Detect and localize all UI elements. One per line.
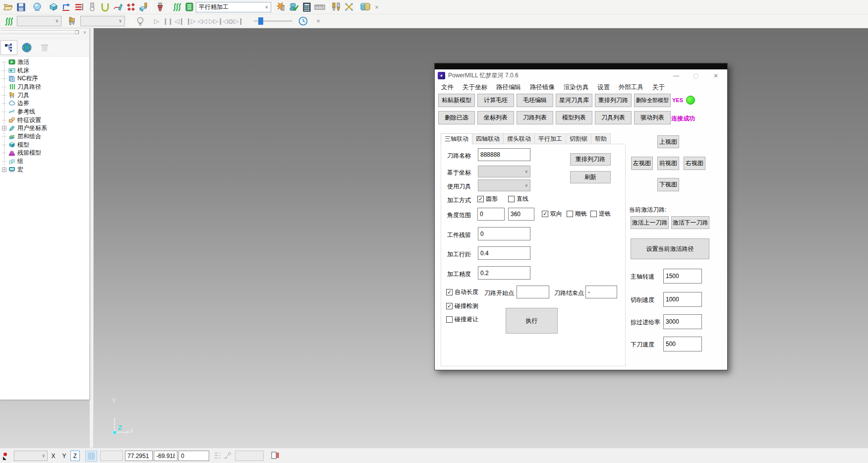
view-left-button[interactable]: 左视图: [631, 157, 653, 170]
slider-handle[interactable]: [258, 17, 263, 25]
expand-icon[interactable]: +: [2, 168, 6, 172]
tab-explorer-trash[interactable]: [36, 40, 53, 55]
tree-item-workplanes[interactable]: + 用户坐标系: [0, 124, 89, 133]
collision-avoid-checkbox[interactable]: 碰撞避让: [446, 315, 478, 324]
stock-allowance-input[interactable]: [478, 227, 530, 240]
activate-prev-button[interactable]: 激活上一刀路: [631, 216, 669, 229]
tool-select-dropdown[interactable]: ∨: [80, 16, 125, 26]
toolpath-icon[interactable]: [2, 15, 15, 27]
delete-selected-button[interactable]: 删除已选: [438, 111, 475, 124]
delete-all-models-button[interactable]: 删除全部模型: [634, 94, 671, 107]
expand-icon[interactable]: +: [2, 126, 6, 130]
menu-path-edit[interactable]: 路径编辑: [492, 83, 525, 92]
dialog-titlebar[interactable]: ✦ PowerMILL 忆梦星河 7.0.6 — ▢ ✕: [435, 69, 727, 82]
bidirectional-checkbox[interactable]: ✓ 双向: [542, 210, 562, 218]
strategy-dropdown[interactable]: 平行精加工 ∨: [196, 2, 271, 12]
tree-item-models[interactable]: 模型: [0, 141, 89, 149]
coord-z-input[interactable]: [178, 451, 209, 461]
maximize-button[interactable]: ▢: [688, 72, 704, 79]
based-coord-dropdown[interactable]: ∨: [478, 166, 530, 177]
rapid-move-icon[interactable]: [60, 1, 73, 13]
close-button[interactable]: ✕: [707, 72, 724, 79]
menu-settings[interactable]: 设置: [593, 83, 614, 92]
tolerance-field[interactable]: [235, 451, 264, 461]
tree-item-boundaries[interactable]: 边界: [0, 99, 89, 108]
stepover-input[interactable]: [478, 246, 530, 260]
mode-circle-checkbox[interactable]: ✓ 圆形: [477, 195, 498, 203]
tool-holder-icon[interactable]: [154, 1, 167, 13]
view-mode-button[interactable]: [2, 451, 12, 461]
pause-icon[interactable]: ❙❙: [162, 16, 174, 27]
step-forward-icon[interactable]: ❙▷: [185, 16, 196, 27]
tab-explorer-world[interactable]: [18, 40, 35, 55]
x-axis-button[interactable]: X: [49, 451, 58, 461]
coord-x-input[interactable]: [125, 451, 153, 461]
tree-item-levels-sets[interactable]: 层和组合: [0, 132, 89, 141]
menu-external-tools[interactable]: 外部工具: [614, 83, 648, 92]
tree-item-machine[interactable]: 机床: [0, 66, 89, 75]
simulation-speed-slider[interactable]: [254, 20, 292, 22]
menu-path-mirror[interactable]: 路径镜像: [525, 83, 559, 92]
tree-item-toolpaths[interactable]: 刀具路径: [0, 83, 89, 91]
tree-item-feature-sets[interactable]: 特征设置: [0, 116, 89, 124]
tolerance-input[interactable]: [478, 266, 530, 280]
view-top-button[interactable]: 上视图: [657, 135, 679, 148]
toolbar-close-icon[interactable]: ×: [372, 2, 382, 12]
strategy-list-icon[interactable]: [183, 1, 196, 13]
tree-item-stock-models[interactable]: 残留模型: [0, 149, 89, 158]
ruler-icon[interactable]: [313, 1, 326, 13]
tree-item-patterns[interactable]: 参考线: [0, 108, 89, 116]
fast-forward-icon[interactable]: ▷▷: [208, 16, 219, 27]
close-panel-icon[interactable]: ×: [82, 30, 88, 35]
minimize-button[interactable]: —: [668, 72, 685, 79]
toolpath-name-input[interactable]: [478, 148, 530, 161]
sphere-icon[interactable]: [31, 1, 44, 13]
tree-item-groups[interactable]: 组: [0, 157, 89, 166]
new-tool-icon[interactable]: [275, 1, 288, 13]
coord-list-button[interactable]: 坐标列表: [477, 111, 514, 124]
skip-end-icon[interactable]: ▷▷❙: [231, 16, 242, 27]
tool-pair-icon[interactable]: [330, 1, 343, 13]
model-list-button[interactable]: 模型列表: [556, 111, 592, 124]
menu-about[interactable]: 关于: [648, 83, 669, 92]
clock-icon[interactable]: [296, 15, 309, 27]
save-icon[interactable]: [14, 1, 27, 13]
probe-icon[interactable]: [224, 452, 232, 461]
coordinate-list-icon[interactable]: [214, 452, 221, 461]
end-point-input[interactable]: [585, 286, 617, 298]
toolpath-icon[interactable]: [170, 1, 183, 13]
tab-saw[interactable]: 切割锯: [566, 133, 591, 144]
spindle-speed-input[interactable]: [663, 269, 702, 284]
collision-icon[interactable]: [99, 1, 112, 13]
verify-icon[interactable]: [288, 1, 300, 13]
tab-swivel[interactable]: 摆头联动: [503, 133, 535, 144]
rearrange-button[interactable]: 重排列刀路: [570, 153, 611, 166]
coord-y-input[interactable]: [154, 451, 177, 461]
page-marker-icon[interactable]: [271, 451, 280, 461]
plunge-feed-input[interactable]: [663, 337, 702, 351]
cutting-feed-input[interactable]: [663, 292, 702, 307]
edit-stock-button[interactable]: 毛坯编辑: [517, 94, 553, 107]
paste-model-button[interactable]: 粘贴新模型: [438, 94, 475, 107]
execute-button[interactable]: 执行: [506, 308, 558, 334]
view-bottom-button[interactable]: 下视图: [657, 178, 679, 191]
feed-rate-icon[interactable]: [73, 1, 86, 13]
tree-item-tools[interactable]: 刀具: [0, 91, 89, 100]
float-panel-icon[interactable]: ❐: [74, 30, 80, 35]
toolpath-list-button[interactable]: 刀路列表: [517, 111, 553, 124]
conventional-mill-checkbox[interactable]: 逆铣: [590, 210, 611, 218]
activate-next-button[interactable]: 激活下一刀路: [671, 216, 709, 229]
workplane-dropdown[interactable]: ∨: [14, 451, 48, 461]
menu-coords[interactable]: 关于坐标: [458, 83, 492, 92]
use-tool-dropdown[interactable]: ∨: [478, 179, 530, 191]
tool-icon[interactable]: [86, 1, 99, 13]
tool-library-button[interactable]: 星河刀具库: [556, 94, 592, 107]
stock-icon[interactable]: [359, 1, 372, 13]
calc-stock-button[interactable]: 计算毛坯: [477, 94, 514, 107]
points-icon[interactable]: [124, 1, 137, 13]
tool-gold-icon[interactable]: [65, 15, 78, 27]
toolpath-select-dropdown[interactable]: ∨: [17, 16, 61, 26]
menu-render-sim[interactable]: 渲染仿真: [559, 83, 593, 92]
tool-list-button[interactable]: 刀具列表: [595, 111, 632, 124]
tab-parallel[interactable]: 平行加工: [534, 133, 566, 144]
